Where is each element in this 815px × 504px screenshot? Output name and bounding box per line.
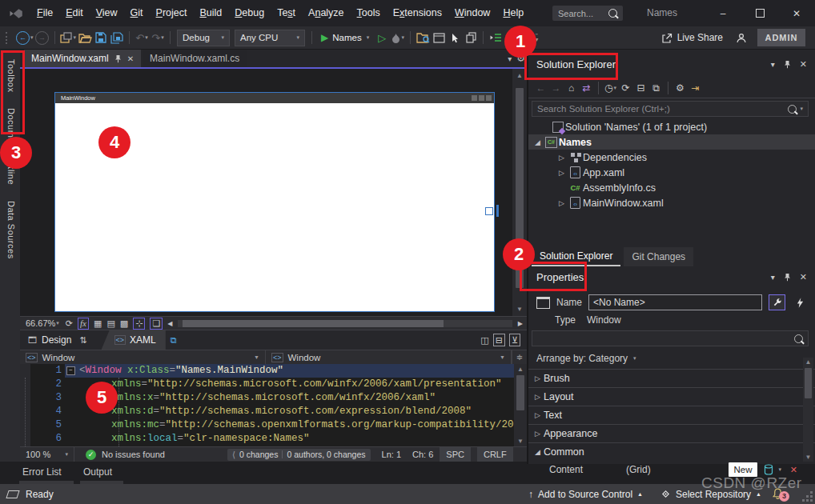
show-all-files-icon[interactable]: ⧉ [648, 82, 664, 94]
expander-icon[interactable]: ▷ [532, 411, 544, 419]
vertical-split-icon[interactable]: ◫ [480, 335, 488, 346]
find-in-files-button[interactable] [416, 29, 430, 46]
scroll-right-icon[interactable]: ▶ [518, 320, 523, 327]
copy-document-icon[interactable] [464, 29, 478, 46]
platform-combo[interactable]: Any CPU▾ [235, 30, 305, 46]
snap-grid-icon[interactable]: ▤ [106, 318, 114, 329]
tree-item-solution-names-1-of-1-project-[interactable]: Solution 'Names' (1 of 1 project) [528, 119, 815, 134]
close-button[interactable]: ✕ [778, 0, 815, 26]
scroll-down-icon[interactable]: ▼ [514, 438, 527, 445]
solution-explorer-search-box[interactable]: Search Solution Explorer (Ctrl+;) ▾ [532, 101, 809, 117]
preview-selected-items-icon[interactable]: ⇥ [688, 82, 703, 94]
pin-icon[interactable] [114, 54, 122, 63]
resize-grip[interactable] [810, 499, 813, 502]
properties-wrench-icon[interactable]: ⚙ [672, 82, 688, 94]
line-indicator[interactable]: Ln: 1 [382, 450, 401, 459]
snapping-icon[interactable]: ⊹ [133, 318, 145, 330]
code-line-6[interactable]: 6xmlns:local="clr-namespace:Names" [20, 432, 514, 446]
menu-build[interactable]: Build [194, 0, 229, 26]
menu-project[interactable]: Project [150, 0, 194, 26]
spaces-indicator[interactable]: SPC [440, 447, 471, 462]
code-line-1[interactable]: 1−<Window x:Class="Names.MainWindow" [20, 364, 514, 378]
scrollbar-thumb[interactable] [805, 368, 812, 398]
collapse-all-icon[interactable]: ⊟ [633, 82, 648, 94]
splitter-toggle-icon[interactable]: ≑ [512, 350, 527, 364]
resize-handle[interactable] [485, 207, 493, 215]
tab-mainwindow-xaml-cs[interactable]: MainWindow.xaml.cs [143, 50, 247, 67]
menu-git[interactable]: Git [124, 0, 150, 26]
start-without-debugging-button[interactable]: ▷ [375, 29, 389, 46]
events-bolt-button[interactable] [792, 294, 809, 310]
hot-reload-button[interactable]: ▾ [391, 29, 405, 46]
menu-file[interactable]: File [30, 0, 59, 26]
global-search-box[interactable]: Search... [552, 6, 623, 21]
designer-zoom-combo[interactable]: 66.67% [26, 318, 55, 328]
scroll-down-icon[interactable]: ▼ [803, 454, 813, 461]
xaml-designer-surface[interactable]: MainWindow [20, 69, 512, 316]
design-view-tab[interactable]: Design [42, 334, 71, 346]
snap-to-snaplines-icon[interactable]: ❏ [150, 318, 163, 330]
back-icon[interactable]: ← [533, 82, 548, 94]
tree-item-assemblyinfo-cs[interactable]: C#AssemblyInfo.cs [528, 180, 815, 195]
scroll-left-icon[interactable]: ◀ [167, 320, 172, 327]
collapse-pane-icon[interactable]: ⊻ [509, 334, 520, 346]
category-appearance[interactable]: ▷Appearance [528, 424, 815, 442]
scroll-up-icon[interactable]: ▲ [514, 366, 527, 373]
arrange-by-selector[interactable]: Arrange by: Category▾ [536, 353, 807, 364]
pending-changes-filter-icon[interactable]: ◷▾ [603, 82, 618, 94]
xaml-view-tab[interactable]: <> XAML [102, 330, 166, 350]
resize-grip-bar[interactable] [496, 205, 499, 217]
code-line-5[interactable]: 5xmlns:mc="http://schemas.openxmlformats… [20, 418, 514, 432]
clear-value-icon[interactable]: ✕ [790, 465, 797, 475]
chevron-down-icon[interactable]: ▾ [778, 466, 781, 473]
menu-test[interactable]: Test [271, 0, 302, 26]
breadcrumb-left-window[interactable]: <> Window ▼ [20, 350, 266, 364]
toolbar-grip[interactable] [6, 32, 10, 44]
new-project-button[interactable]: ▾ [60, 29, 77, 46]
designer-window-preview[interactable]: MainWindow [54, 92, 495, 312]
pin-icon[interactable] [784, 273, 791, 282]
close-icon[interactable]: ✕ [800, 59, 807, 70]
sidebar-tab-data-sources[interactable]: Data Sources [5, 194, 16, 266]
minimize-button[interactable]: – [705, 0, 741, 26]
sync-with-active-document-icon[interactable]: ⇄ [579, 82, 594, 94]
breadcrumb-right-window[interactable]: <> Window ▼ [266, 350, 512, 364]
popout-xaml-icon[interactable]: ⧉ [171, 335, 177, 346]
menu-analyze[interactable]: Analyze [302, 0, 350, 26]
line-ending-indicator[interactable]: CRLF [477, 447, 513, 462]
redo-button[interactable]: ↷▾ [151, 29, 165, 46]
category-text[interactable]: ▷Text [528, 406, 815, 424]
undo-button[interactable]: ↶▾ [134, 29, 149, 46]
scroll-up-icon[interactable]: ▲ [803, 358, 813, 366]
close-icon[interactable]: ✕ [800, 272, 807, 282]
menu-debug[interactable]: Debug [228, 0, 271, 26]
feedback-person-icon[interactable] [734, 29, 749, 46]
category-brush[interactable]: ▷Brush [528, 369, 815, 387]
cursor-icon[interactable] [448, 29, 462, 46]
navigate-forward-button[interactable]: → [35, 29, 50, 46]
pin-icon[interactable] [784, 60, 791, 69]
menu-edit[interactable]: Edit [59, 0, 90, 26]
scroll-down-icon[interactable]: ▼ [512, 306, 527, 313]
expander-icon[interactable]: ▷ [532, 393, 544, 401]
open-file-button[interactable] [78, 29, 92, 46]
save-all-button[interactable] [110, 29, 124, 46]
expander-icon[interactable]: ▷ [532, 374, 544, 382]
expander-icon[interactable]: ◢ [532, 448, 544, 456]
navigate-back-button[interactable]: ←▾ [16, 29, 34, 46]
properties-scrollbar[interactable]: ▲ ▼ [803, 358, 813, 462]
window-position-dropdown-icon[interactable]: ▾ [771, 60, 775, 69]
menu-window[interactable]: Window [448, 0, 496, 26]
expander-icon[interactable]: ▷ [556, 199, 568, 207]
effects-fx-icon[interactable]: fx [78, 318, 89, 330]
debug-target-combo[interactable]: Debug▾ [177, 30, 230, 46]
tree-item-app-xaml[interactable]: ▷‹›App.xaml [528, 165, 815, 180]
swap-panes-icon[interactable]: ⇅ [79, 335, 86, 346]
tab-list-dropdown-icon[interactable]: ▾ [508, 54, 512, 63]
scrollbar-thumb[interactable] [183, 320, 444, 327]
scrollbar-thumb[interactable] [516, 375, 524, 410]
designer-horizontal-scrollbar[interactable] [178, 320, 512, 327]
category-common[interactable]: ◢Common [528, 442, 815, 461]
menu-tools[interactable]: Tools [351, 0, 387, 26]
expander-icon[interactable]: ▷ [556, 154, 568, 162]
